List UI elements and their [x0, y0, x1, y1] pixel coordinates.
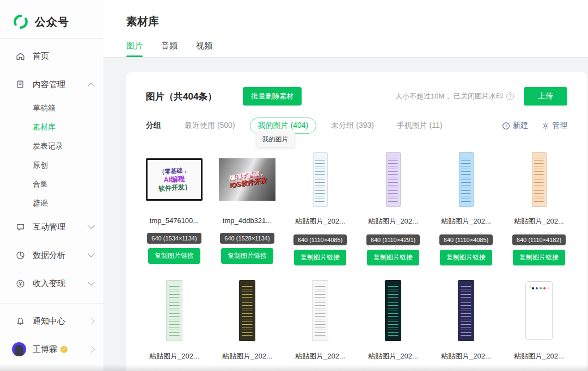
sidebar-item-original[interactable]: 原创: [0, 156, 103, 175]
chevron-down-icon: [88, 279, 95, 286]
sidebar-item-material-library[interactable]: 素材库: [0, 118, 103, 137]
material-thumbnail[interactable]: [532, 152, 547, 207]
copy-image-link-button[interactable]: 复制图片链接: [367, 250, 419, 265]
material-thumbnail[interactable]: [459, 152, 474, 207]
size-badge: 640 (1534×1134): [147, 233, 201, 244]
sidebar-item-monetization[interactable]: 收入变现: [0, 269, 103, 298]
material-name: 粘贴图片_202...: [295, 217, 345, 226]
user-name: 王博霖: [33, 344, 57, 355]
material-item: 粘贴图片_202...: [292, 280, 348, 361]
chevron-right-icon: [88, 318, 95, 325]
tab-audio[interactable]: 音频: [161, 41, 177, 57]
new-group-button[interactable]: 新建: [502, 121, 528, 131]
material-thumbnail[interactable]: [385, 280, 401, 341]
material-item: 粘贴图片_202...: [438, 280, 494, 361]
group-chip-ungrouped[interactable]: 未分组 (393): [323, 118, 382, 134]
sidebar-item-label: 数据分析: [33, 250, 65, 261]
material-grid-row-2: 粘贴图片_202... 粘贴图片_202..: [146, 280, 567, 361]
copy-image-link-button[interactable]: 复制图片链接: [221, 248, 273, 264]
wechat-oa-logo-icon: [12, 13, 29, 30]
sidebar-item-data-analysis[interactable]: 数据分析: [0, 241, 103, 269]
group-chip-phone-images[interactable]: 手机图片 (11): [389, 118, 451, 134]
chevron-up-icon: [88, 82, 95, 89]
main-header: 素材库 图片 音频 视频: [103, 0, 588, 58]
sidebar: 公众号 首页 内容管理 草稿箱 素材库 发表记录: [0, 0, 103, 371]
material-name: 粘贴图片_202...: [441, 351, 491, 361]
tab-images[interactable]: 图片: [126, 41, 143, 57]
batch-delete-button[interactable]: 批量删除素材: [243, 87, 302, 106]
tab-bar: 图片 音频 视频: [126, 41, 588, 57]
material-thumbnail[interactable]: [312, 280, 328, 341]
material-item: 粘贴图片_202...: [146, 280, 203, 361]
size-badge: 640 (1110×4291): [366, 234, 420, 245]
sidebar-item-label: 内容管理: [33, 79, 65, 90]
material-thumbnail[interactable]: [313, 152, 328, 207]
material-thumbnail[interactable]: ｛零基础，AI编程软件开发｝: [146, 158, 203, 201]
material-name: 粘贴图片_202...: [295, 351, 345, 361]
chat-bubble-icon: [15, 222, 25, 232]
material-name: 粘贴图片_202...: [441, 217, 491, 226]
sidebar-item-rumor-refute[interactable]: 辟谣: [0, 194, 103, 213]
material-thumbnail[interactable]: 编程零基础，IOS软件开发: [219, 158, 275, 201]
material-thumbnail[interactable]: [525, 281, 553, 340]
material-thumbnail[interactable]: [166, 280, 182, 341]
material-grid-row-1: ｛零基础，AI编程软件开发｝ tmp_5476100... 640 (1534×…: [146, 152, 567, 265]
brand-name: 公众号: [35, 15, 69, 29]
copy-image-link-button[interactable]: 复制图片链接: [440, 250, 492, 265]
material-item: 粘贴图片_202... 640 (1110×4182) 复制图片链接: [511, 152, 567, 265]
size-badge: 640 (1110×4085): [439, 234, 493, 245]
group-chip-recent[interactable]: 最近使用 (500): [176, 118, 243, 134]
main-area: 素材库 图片 音频 视频 图片（共404条） 批量删除素材 大小不超过10M， …: [103, 0, 588, 371]
page-title: 素材库: [126, 14, 588, 29]
content-area: 图片（共404条） 批量删除素材 大小不超过10M， 已关闭图片水印 ? 上传 …: [103, 58, 588, 371]
color-picker-screenshot: [529, 285, 549, 290]
verified-badge-icon: ✓: [60, 346, 68, 353]
sidebar-item-publish-records[interactable]: 发表记录: [0, 137, 103, 156]
manage-groups-button[interactable]: 管理: [541, 121, 567, 131]
sidebar-item-collections[interactable]: 合集: [0, 175, 103, 194]
chevron-down-icon: [88, 222, 95, 229]
sidebar-item-home[interactable]: 首页: [0, 42, 103, 70]
material-thumbnail[interactable]: [458, 280, 474, 341]
material-item: 粘贴图片_202...: [511, 280, 567, 361]
sidebar-item-drafts[interactable]: 草稿箱: [0, 98, 103, 118]
app-root: 公众号 首页 内容管理 草稿箱 素材库 发表记录: [0, 0, 588, 371]
pie-chart-icon: [15, 250, 25, 260]
tab-video[interactable]: 视频: [196, 41, 212, 57]
group-filter-row: 分组 最近使用 (500) 我的图片 (404) 我的图片 未分组 (393) …: [146, 118, 567, 134]
brand: 公众号: [0, 11, 103, 38]
help-icon[interactable]: ?: [506, 92, 514, 100]
material-item: 粘贴图片_202...: [365, 280, 421, 361]
material-name: tmp_4ddb321...: [223, 217, 272, 225]
plus-circle-icon: [502, 122, 510, 130]
material-item: 编程零基础，IOS软件开发 tmp_4ddb321... 640 (1528×1…: [219, 152, 275, 265]
sidebar-item-notification-center[interactable]: 通知中心: [0, 307, 103, 335]
upload-button[interactable]: 上传: [524, 87, 567, 106]
material-thumbnail[interactable]: [239, 280, 255, 341]
sidebar-item-content-management[interactable]: 内容管理: [0, 70, 103, 98]
material-item: 粘贴图片_202...: [219, 280, 275, 361]
group-chip-my-images[interactable]: 我的图片 (404) 我的图片: [250, 118, 317, 134]
upload-limit-note: 大小不超过10M， 已关闭图片水印 ?: [395, 91, 514, 101]
copy-image-link-button[interactable]: 复制图片链接: [294, 250, 346, 265]
material-name: 粘贴图片_202...: [368, 217, 418, 226]
panel-header: 图片（共404条） 批量删除素材 大小不超过10M， 已关闭图片水印 ? 上传: [146, 87, 567, 106]
copy-image-link-button[interactable]: 复制图片链接: [513, 250, 565, 265]
sidebar-item-interaction-management[interactable]: 互动管理: [0, 213, 103, 241]
size-badge: 640 (1110×4085): [293, 234, 347, 245]
sidebar-item-label: 通知中心: [33, 316, 65, 326]
sidebar-item-label: 首页: [33, 51, 49, 61]
material-panel: 图片（共404条） 批量删除素材 大小不超过10M， 已关闭图片水印 ? 上传 …: [126, 72, 587, 371]
group-tooltip: 我的图片: [256, 132, 295, 147]
sidebar-divider: [0, 38, 103, 39]
sketch-text: ｛零基础，AI编程软件开发｝: [157, 166, 192, 193]
copy-image-link-button[interactable]: 复制图片链接: [148, 248, 200, 264]
sidebar-item-account[interactable]: 王博霖 ✓: [0, 335, 103, 363]
avatar: [12, 342, 26, 356]
material-name: tmp_5476100...: [150, 217, 199, 225]
material-thumbnail[interactable]: [386, 152, 401, 207]
material-item: 粘贴图片_202... 640 (1110×4085) 复制图片链接: [438, 152, 494, 265]
gear-icon: [541, 122, 549, 130]
material-name: 粘贴图片_202...: [149, 351, 199, 361]
sidebar-footer: 通知中心 王博霖 ✓: [0, 303, 103, 371]
